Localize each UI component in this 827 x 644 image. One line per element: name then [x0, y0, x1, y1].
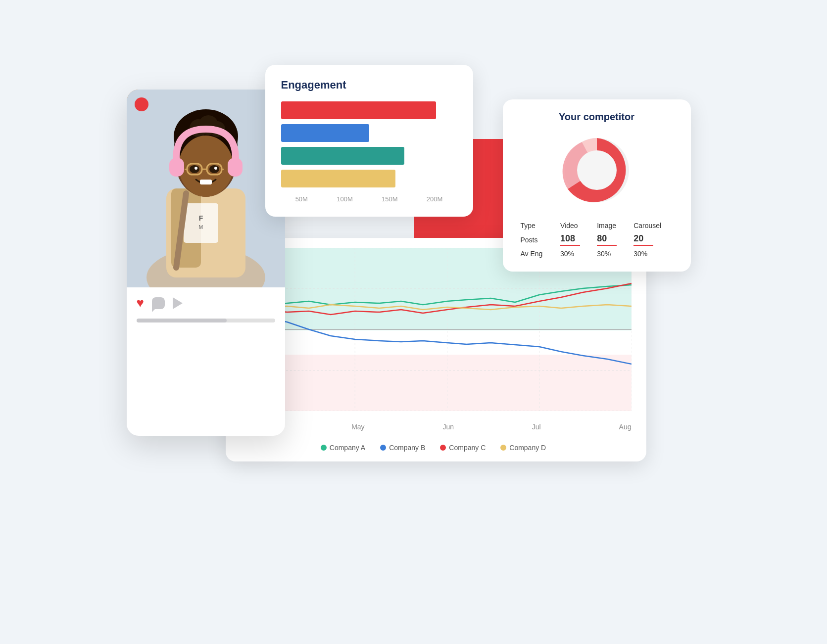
bar-yellow	[281, 170, 395, 187]
competitor-title: Your competitor	[517, 111, 677, 123]
svg-text:M: M	[198, 225, 202, 230]
aveng-label: Av Eng	[517, 248, 557, 260]
legend-label-d: Company D	[509, 444, 546, 452]
donut-chart-container	[517, 131, 677, 210]
engagement-title: Engagement	[281, 79, 457, 92]
legend-label-c: Company C	[449, 444, 486, 452]
legend-company-c: Company C	[440, 444, 486, 452]
competitor-card: Your competitor Type Video Imag	[503, 99, 691, 272]
legend-company-a: Company A	[321, 444, 365, 452]
social-media-card: F M	[127, 90, 285, 436]
x-label-jun: Jun	[442, 423, 454, 431]
type-label: Type	[517, 220, 557, 231]
aveng-image: 30%	[593, 248, 630, 260]
chart-area: 100% 50% 50% 100%	[236, 248, 632, 436]
bar-row-1	[281, 101, 457, 119]
legend-company-b: Company B	[380, 444, 425, 452]
bar-axis: 50M 100M 150M 200M	[281, 195, 457, 203]
bar-row-2	[281, 124, 457, 142]
share-icon[interactable]	[173, 297, 183, 309]
svg-point-15	[179, 136, 233, 197]
bar-teal	[281, 147, 404, 165]
bar-red	[281, 101, 436, 119]
svg-point-30	[577, 150, 617, 190]
comment-bubble-icon[interactable]	[152, 297, 165, 309]
posts-carousel: 20	[630, 231, 677, 248]
social-card-header: F M	[127, 90, 285, 287]
x-axis: Apr May Jun Jul Aug	[263, 423, 632, 431]
engagement-bar-chart	[281, 101, 457, 187]
donut-chart	[557, 131, 636, 210]
record-indicator	[135, 97, 148, 111]
x-label-jul: Jul	[532, 423, 541, 431]
competitor-table: Type Video Image Carousel Posts 108 80 2…	[517, 220, 677, 260]
legend-dot-a	[321, 445, 327, 451]
svg-rect-26	[169, 158, 184, 177]
posts-label: Posts	[517, 231, 557, 248]
x-label-may: May	[351, 423, 364, 431]
type-carousel: Carousel	[630, 220, 677, 231]
svg-rect-25	[200, 180, 212, 184]
bar-row-4	[281, 170, 457, 187]
posts-video: 108	[556, 231, 593, 248]
svg-point-24	[214, 167, 217, 170]
chart-legend: Company A Company B Company C Company D	[236, 440, 632, 452]
legend-dot-d	[500, 445, 506, 451]
svg-rect-27	[228, 158, 243, 177]
progress-bar	[137, 319, 275, 322]
type-video: Video	[556, 220, 593, 231]
legend-label-b: Company B	[389, 444, 425, 452]
x-label-aug: Aug	[619, 423, 632, 431]
heart-icon[interactable]: ♥	[137, 295, 144, 311]
svg-point-21	[190, 165, 199, 173]
aveng-video: 30%	[556, 248, 593, 260]
progress-bar-fill	[137, 319, 227, 322]
engagement-card: Engagement 50M 100M 150M 200M	[265, 65, 473, 217]
posts-image: 80	[593, 231, 630, 248]
legend-label-a: Company A	[330, 444, 365, 452]
legend-dot-b	[380, 445, 386, 451]
type-image: Image	[593, 220, 630, 231]
person-photo: F M	[127, 90, 285, 287]
svg-text:F: F	[198, 214, 203, 222]
legend-dot-c	[440, 445, 446, 451]
main-scene: F M	[117, 50, 711, 594]
bar-row-3	[281, 147, 457, 165]
svg-point-23	[195, 167, 197, 170]
svg-rect-5	[184, 203, 218, 243]
social-card-actions: ♥	[127, 287, 285, 319]
chart-svg	[263, 248, 632, 411]
aveng-carousel: 30%	[630, 248, 677, 260]
svg-point-22	[209, 165, 219, 173]
bar-blue	[281, 124, 369, 142]
legend-company-d: Company D	[500, 444, 546, 452]
